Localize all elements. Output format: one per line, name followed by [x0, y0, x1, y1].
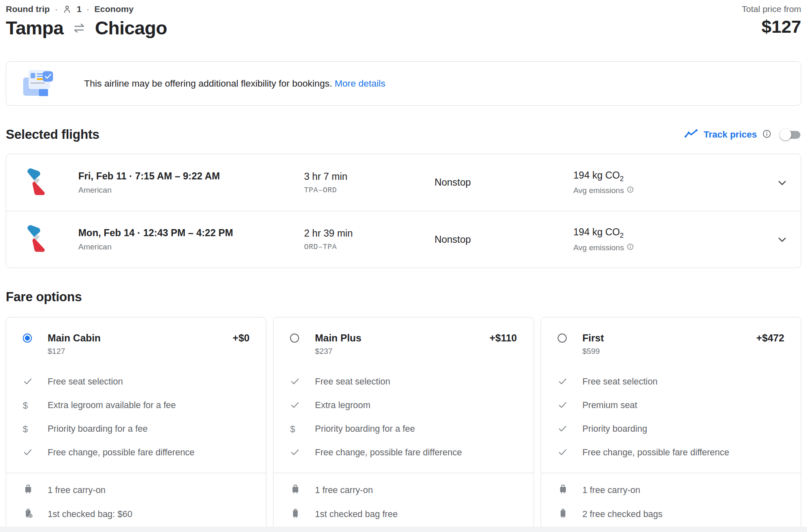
fare-feature-list: Free seat selection Extra legroom $ Prio… [273, 370, 533, 464]
baggage-text: 1 free carry-on [582, 485, 784, 496]
expand-flight-button[interactable] [762, 177, 788, 189]
fare-base-price: $237 [315, 347, 489, 356]
fare-name-block: Main Plus $237 [315, 332, 489, 356]
fare-radio-selected[interactable] [23, 334, 32, 343]
flight-emissions-cell: 194 kg CO2 Avg emissions [573, 227, 762, 252]
expand-flight-button[interactable] [762, 233, 788, 246]
airline-logo-american [20, 166, 78, 200]
airline-logo-american [20, 222, 78, 256]
fare-name-block: First $599 [582, 332, 756, 356]
more-details-link[interactable]: More details [335, 78, 386, 89]
fare-radio-unselected[interactable] [290, 334, 299, 343]
track-prices-control: Track prices [684, 128, 801, 141]
feature-row: Free seat selection [23, 370, 249, 394]
baggage-row: 1 free carry-on [23, 478, 249, 502]
feature-text: Priority boarding for a fee [315, 424, 517, 434]
feature-row: Free change, possible fare difference [23, 441, 249, 464]
flight-route: TPA–ORD [304, 186, 435, 194]
feature-text: Free change, possible fare difference [315, 447, 517, 458]
selected-flights-card: Fri, Feb 11 · 7:15 AM – 9:22 AM American… [6, 154, 801, 268]
flight-row-outbound[interactable]: Fri, Feb 11 · 7:15 AM – 9:22 AM American… [6, 154, 801, 211]
fare-base-price: $599 [582, 347, 756, 356]
flight-times-cell: Mon, Feb 14 · 12:43 PM – 4:22 PM America… [78, 227, 304, 251]
feature-text: Priority boarding [582, 424, 784, 434]
carry-on-bag-icon [558, 484, 582, 496]
feature-row: Free change, possible fare difference [290, 441, 517, 464]
banner-message-text: This airline may be offering additional … [84, 78, 332, 89]
fare-name: First [582, 332, 756, 344]
total-price-value: $127 [742, 17, 801, 37]
check-icon [558, 423, 582, 435]
flight-times-cell: Fri, Feb 11 · 7:15 AM – 9:22 AM American [78, 171, 304, 195]
flight-duration: 2 hr 39 min [304, 228, 435, 239]
dollar-icon: $ [23, 424, 48, 435]
dollar-icon: $ [23, 400, 48, 411]
info-icon[interactable] [627, 243, 634, 252]
feature-text: Free seat selection [582, 377, 784, 387]
baggage-row: 1 free carry-on [290, 478, 517, 502]
feature-row: $ Priority boarding for a fee [23, 417, 249, 441]
checked-bag-icon [290, 508, 315, 520]
selected-flights-header: Selected flights Track prices [6, 127, 801, 142]
separator-dot: · [87, 4, 89, 14]
baggage-row: 1st checked bag free [290, 502, 517, 526]
trend-line-icon [684, 128, 698, 141]
check-icon [558, 376, 582, 388]
feature-text: Extra legroom [315, 400, 517, 411]
fare-card-main-plus[interactable]: Main Plus $237 +$110 Free seat selection… [273, 317, 534, 532]
check-icon [290, 376, 315, 388]
feature-row: $ Extra legroom available for a fee [23, 394, 249, 417]
fare-baggage-list: 1 free carry-on 2 free checked bags [541, 473, 801, 532]
info-icon[interactable] [627, 186, 634, 195]
feature-row: Priority boarding [558, 417, 784, 441]
fare-card-header: Main Cabin $127 +$0 [6, 332, 266, 356]
fare-radio-unselected[interactable] [558, 334, 567, 343]
carry-on-bag-icon [23, 484, 48, 496]
next-section-edge [0, 527, 807, 532]
feature-row: Extra legroom [290, 394, 517, 417]
baggage-text: 1 free carry-on [48, 485, 249, 496]
fare-card-first[interactable]: First $599 +$472 Free seat selection Pre… [541, 317, 801, 532]
origin-city: Tampa [6, 17, 63, 39]
fare-baggage-list: 1 free carry-on 1st checked bag: $ [6, 473, 266, 532]
check-icon [558, 447, 582, 459]
total-price-block: Total price from $127 [742, 4, 801, 37]
checked-bag-fee-icon [23, 508, 48, 520]
fare-feature-list: Free seat selection Premium seat Priorit… [541, 370, 801, 464]
feature-row: Free seat selection [290, 370, 517, 394]
fare-card-header: Main Plus $237 +$110 [273, 332, 533, 356]
feature-row: $ Priority boarding for a fee [290, 417, 517, 441]
feature-text: Free seat selection [315, 377, 517, 387]
info-icon[interactable] [762, 129, 771, 140]
cabin-class-label: Economy [94, 4, 134, 14]
fare-price-delta: +$110 [490, 332, 517, 344]
booking-flexibility-icon [23, 70, 55, 97]
fare-price-delta: +$472 [756, 332, 784, 344]
check-icon [290, 400, 315, 411]
emissions-note-text: Avg emissions [573, 186, 624, 195]
toggle-knob[interactable] [780, 129, 791, 140]
feature-row: Free seat selection [558, 370, 784, 394]
fare-name-block: Main Cabin $127 [48, 332, 233, 356]
fare-card-main-cabin[interactable]: Main Cabin $127 +$0 Free seat selection … [6, 317, 266, 532]
passenger-count: 1 [77, 4, 82, 14]
baggage-row: 2 free checked bags [558, 502, 784, 526]
check-icon [290, 447, 315, 459]
fare-name: Main Plus [315, 332, 489, 344]
baggage-row: 1st checked bag: $60 [23, 502, 249, 526]
baggage-text: 1 free carry-on [315, 485, 517, 496]
fare-feature-list: Free seat selection $ Extra legroom avai… [6, 370, 266, 464]
track-prices-label[interactable]: Track prices [704, 129, 757, 140]
banner-message: This airline may be offering additional … [84, 78, 385, 89]
check-icon [23, 447, 48, 459]
fare-options-header: Fare options [6, 290, 801, 305]
track-prices-toggle[interactable] [781, 131, 800, 139]
feature-row: Premium seat [558, 394, 784, 417]
emissions-note: Avg emissions [573, 243, 762, 252]
flight-duration-cell: 3 hr 7 min TPA–ORD [304, 171, 435, 194]
swap-arrows-icon [72, 23, 87, 34]
flight-emissions-cell: 194 kg CO2 Avg emissions [573, 170, 762, 196]
flight-row-return[interactable]: Mon, Feb 14 · 12:43 PM – 4:22 PM America… [6, 211, 801, 268]
feature-text: Free change, possible fare difference [48, 447, 249, 458]
feature-row: Free change, possible fare difference [558, 441, 784, 464]
